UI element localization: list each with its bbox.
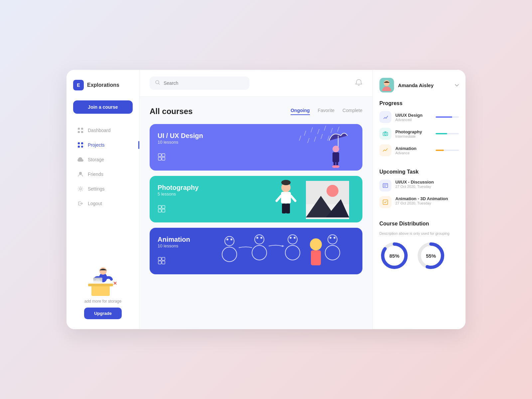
svg-rect-38	[336, 162, 338, 167]
svg-rect-16	[93, 278, 102, 279]
svg-point-79	[330, 237, 332, 239]
main-content: All courses Ongoing Favorite Complete UI…	[140, 70, 372, 329]
progress-item-uiux: UI/UX Design Advanced	[379, 111, 459, 123]
uiux-task-date: 27 Oct 2020, Tuesday	[395, 185, 434, 189]
anim-progress-bar	[436, 150, 459, 151]
svg-point-13	[99, 267, 107, 275]
sidebar-item-friends[interactable]: Friends	[73, 168, 133, 181]
anim-task-icon	[379, 196, 391, 208]
svg-rect-48	[282, 203, 286, 213]
join-course-button[interactable]: Join a course	[73, 100, 133, 114]
svg-point-65	[230, 238, 232, 240]
dashboard-label: Dashboard	[88, 128, 111, 133]
svg-point-55	[327, 185, 338, 197]
anim-task-name: Animation - 3D Animation	[395, 196, 448, 201]
anim-progress-info: Animation Advance	[395, 146, 432, 155]
bell-icon[interactable]	[355, 79, 362, 88]
course-card-photo[interactable]: Photography 5 lessons	[150, 176, 362, 222]
upgrade-button[interactable]: Upgrade	[84, 308, 122, 319]
svg-line-27	[331, 128, 332, 133]
sidebar-item-logout[interactable]: Logout	[73, 197, 133, 210]
logout-icon	[77, 200, 84, 207]
progress-item-photo: Photography Intermediate	[379, 128, 459, 140]
progress-title: Progress	[379, 100, 459, 106]
anim-progress-level: Advance	[395, 151, 432, 155]
sidebar-bottom: ✕ add more for storage Upgrade	[73, 261, 133, 319]
svg-rect-77	[311, 250, 321, 265]
svg-rect-3	[81, 131, 83, 133]
svg-rect-15	[93, 279, 102, 281]
sidebar-item-storage[interactable]: Storage	[73, 153, 133, 166]
svg-point-63	[225, 236, 234, 246]
svg-rect-49	[286, 203, 290, 213]
svg-point-45	[281, 183, 291, 192]
uiux-task-info: UI/UX - Discussion 27 Oct 2020, Tuesday	[395, 180, 434, 189]
svg-rect-43	[158, 209, 161, 212]
anim-progress-icon	[379, 144, 391, 156]
sidebar-item-dashboard[interactable]: Dashboard	[73, 124, 133, 137]
anim-task-info: Animation - 3D Animation 27 Oct 2020, Tu…	[395, 196, 448, 205]
logo-text: Explorations	[87, 82, 119, 88]
chevron-down-icon[interactable]	[455, 82, 459, 88]
upcoming-task-title: Upcoming Task	[379, 169, 459, 175]
storage-illustration: ✕	[83, 261, 123, 298]
course-card-anim[interactable]: Animation 10 lessons	[150, 228, 362, 274]
svg-point-70	[252, 245, 267, 260]
distribution-desc: Description above is only used for group…	[379, 231, 459, 235]
photo-progress-name: Photography	[395, 129, 432, 134]
tab-favorite[interactable]: Favorite	[318, 108, 335, 115]
right-panel: Amanda Aisley Progress UI/UX Design Adv	[372, 70, 466, 329]
tab-complete[interactable]: Complete	[342, 108, 362, 115]
svg-line-26	[324, 126, 326, 131]
photo-progress-info: Photography Intermediate	[395, 129, 432, 138]
donut-chart-1: 85%	[379, 241, 409, 271]
anim-card-icon	[158, 257, 166, 266]
donut-1-label: 85%	[389, 253, 399, 259]
anim-card-lessons: 10 lessons	[158, 243, 190, 248]
photo-card-title: Photography	[158, 184, 199, 192]
sidebar-item-projects[interactable]: Projects	[73, 138, 133, 152]
svg-point-68	[256, 237, 258, 239]
svg-marker-71	[282, 245, 284, 247]
task-item-anim: Animation - 3D Animation 27 Oct 2020, Tu…	[379, 196, 459, 208]
distribution-section: Course Distribution Description above is…	[379, 221, 459, 271]
svg-point-67	[255, 235, 264, 244]
settings-icon	[77, 186, 84, 192]
search-input[interactable]	[164, 80, 244, 86]
svg-point-64	[226, 238, 228, 240]
svg-rect-20	[162, 154, 165, 157]
svg-rect-54	[306, 181, 349, 204]
projects-icon	[77, 142, 84, 148]
progress-item-anim: Animation Advance	[379, 144, 459, 156]
courses-area: All courses Ongoing Favorite Complete UI…	[140, 97, 372, 329]
search-box	[150, 76, 249, 90]
svg-line-23	[304, 131, 306, 136]
settings-label: Settings	[88, 186, 105, 192]
upcoming-task-section: Upcoming Task UI/UX - Discussion 27 Oct …	[379, 169, 459, 213]
svg-point-46	[281, 180, 291, 185]
svg-point-81	[325, 245, 340, 260]
storage-label: Storage	[88, 157, 104, 162]
uiux-progress-name: UI/UX Design	[395, 113, 432, 118]
photo-illustration	[259, 176, 352, 222]
courses-title: All courses	[150, 107, 193, 116]
svg-rect-53	[306, 181, 349, 217]
svg-point-72	[288, 235, 297, 244]
course-card-uiux[interactable]: UI / UX Design 10 lessons	[150, 124, 362, 171]
svg-point-40	[335, 165, 339, 168]
svg-marker-57	[326, 199, 349, 217]
sidebar-item-settings[interactable]: Settings	[73, 182, 133, 196]
svg-rect-22	[162, 157, 165, 160]
svg-rect-52	[306, 181, 349, 217]
svg-point-85	[384, 133, 386, 135]
uiux-progress-bar	[436, 116, 459, 118]
svg-rect-59	[158, 257, 161, 260]
uiux-card-icon	[158, 153, 166, 163]
svg-point-80	[333, 237, 335, 239]
svg-rect-0	[78, 128, 80, 130]
tab-ongoing[interactable]: Ongoing	[291, 108, 310, 115]
donut-2-label: 55%	[426, 253, 436, 259]
uiux-card-title: UI / UX Design	[158, 132, 203, 140]
svg-rect-47	[281, 192, 291, 203]
app-container: E Explorations Join a course Dashboard	[66, 70, 466, 329]
